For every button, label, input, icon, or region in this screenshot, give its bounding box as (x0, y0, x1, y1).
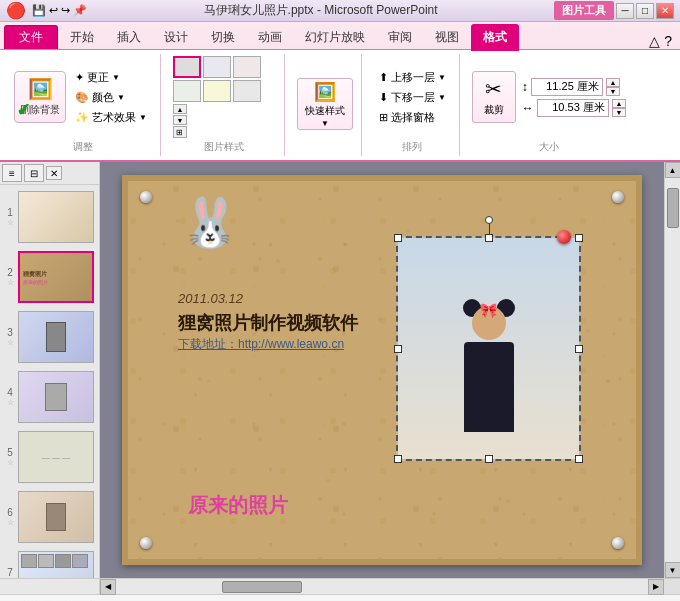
group-adjust: 🖼️ 删除背景 ✓ ✦ 更正▼ 🎨 颜色▼ ✨ (6, 54, 161, 156)
slide-thumb-7[interactable]: 7 ☆ (2, 549, 97, 578)
checkmark-icon: ✓ (16, 99, 31, 121)
handle-tr[interactable] (575, 234, 583, 242)
handle-bc[interactable] (485, 455, 493, 463)
width-up-btn[interactable]: ▲ (612, 99, 626, 108)
help-btn[interactable]: △ (649, 33, 660, 49)
crop-icon: ✂ (485, 77, 502, 101)
outline-view-btn[interactable]: ≡ (2, 164, 22, 182)
slides-view-btn[interactable]: ⊟ (24, 164, 44, 182)
art-effect-btn[interactable]: ✨ 艺术效果▼ (70, 108, 152, 127)
slide-img-4 (18, 371, 94, 423)
photo-frame[interactable]: 🎀 (396, 236, 581, 461)
height-down-btn[interactable]: ▼ (606, 87, 620, 96)
slide-thumb-1[interactable]: 1 ☆ (2, 189, 97, 245)
maximize-btn[interactable]: □ (636, 3, 654, 19)
notes-bar[interactable]: 单击此处添加备注 (0, 594, 680, 601)
quick-access-bar[interactable]: 💾 ↩ ↪ 📌 (32, 4, 87, 17)
tab-transitions[interactable]: 切换 (200, 25, 246, 49)
handle-tl[interactable] (394, 234, 402, 242)
slide-caption: 原来的照片 (188, 492, 288, 519)
star-3: ☆ (7, 338, 14, 347)
h-scroll-track[interactable] (116, 579, 648, 594)
slide-canvas[interactable]: 🐰 2011.03.12 狸窝照片制作视频软件 下载地址：http://www.… (122, 175, 642, 565)
minimize-btn[interactable]: ─ (616, 3, 634, 19)
slide-thumb-4[interactable]: 4 ☆ (2, 369, 97, 425)
tab-design[interactable]: 设计 (153, 25, 199, 49)
tab-slideshow[interactable]: 幻灯片放映 (294, 25, 376, 49)
slide-thumb-6[interactable]: 6 ☆ (2, 489, 97, 545)
tab-view[interactable]: 视图 (424, 25, 470, 49)
width-down-btn[interactable]: ▼ (612, 108, 626, 117)
style-expand-btn[interactable]: ⊞ (173, 126, 187, 138)
star-4: ☆ (7, 398, 14, 407)
h-scroll-left-btn[interactable]: ◀ (100, 579, 116, 595)
height-spinner: ▲ ▼ (606, 78, 620, 96)
adjust-content: 🖼️ 删除背景 ✓ ✦ 更正▼ 🎨 颜色▼ ✨ (14, 56, 152, 138)
ribbon-content: 🖼️ 删除背景 ✓ ✦ 更正▼ 🎨 颜色▼ ✨ (0, 49, 680, 160)
height-row: ↕ ▲ ▼ (522, 78, 626, 96)
handle-tc[interactable] (485, 234, 493, 242)
correct-icon: ✦ (75, 71, 84, 84)
scroll-thumb[interactable] (667, 188, 679, 228)
arrange-content: ⬆ 上移一层▼ ⬇ 下移一层▼ ⊞ 选择窗格 (374, 56, 451, 138)
style-up-btn[interactable]: ▲ (173, 104, 187, 114)
tab-start[interactable]: 开始 (59, 25, 105, 49)
style-5[interactable] (203, 80, 231, 102)
arrange-label: 排列 (402, 140, 422, 154)
handle-br[interactable] (575, 455, 583, 463)
style-2[interactable] (203, 56, 231, 78)
move-down-btn[interactable]: ⬇ 下移一层▼ (374, 88, 451, 107)
handle-bl[interactable] (394, 455, 402, 463)
width-input[interactable] (537, 99, 609, 117)
slide-thumb-2[interactable]: 2 ☆ 狸窝照片 原来的照片 (2, 249, 97, 305)
style-down-btn[interactable]: ▼ (173, 115, 187, 125)
slide-list: 1 ☆ 2 ☆ 狸窝照片 原来的照片 (0, 185, 99, 578)
select-pane-btn[interactable]: ⊞ 选择窗格 (374, 108, 451, 127)
style-6[interactable] (233, 80, 261, 102)
move-up-icon: ⬆ (379, 71, 388, 84)
svg-point-1 (276, 259, 280, 263)
tab-insert[interactable]: 插入 (106, 25, 152, 49)
slide-thumb-3[interactable]: 3 ☆ (2, 309, 97, 365)
person-body (464, 342, 514, 432)
h-scroll-right-btn[interactable]: ▶ (648, 579, 664, 595)
height-up-btn[interactable]: ▲ (606, 78, 620, 87)
style-1[interactable] (173, 56, 201, 78)
slide-img-1 (18, 191, 94, 243)
style-4[interactable] (173, 80, 201, 102)
tack-bl (140, 537, 152, 549)
close-btn[interactable]: ✕ (656, 3, 674, 19)
style-3[interactable] (233, 56, 261, 78)
slide-img-7 (18, 551, 94, 578)
question-btn[interactable]: ? (664, 33, 672, 49)
crop-btn[interactable]: ✂ 裁剪 (472, 71, 516, 123)
correct-btn[interactable]: ✦ 更正▼ (70, 68, 152, 87)
scroll-down-btn[interactable]: ▼ (665, 562, 681, 578)
scroll-up-btn[interactable]: ▲ (665, 162, 681, 178)
tab-file[interactable]: 文件 (4, 25, 58, 49)
rotation-handle[interactable] (485, 216, 493, 224)
window-title: 马伊琍女儿照片.pptx - Microsoft PowerPoint (87, 2, 554, 19)
slide-num-5: 5 ☆ (4, 447, 16, 467)
move-up-btn[interactable]: ⬆ 上移一层▼ (374, 68, 451, 87)
scroll-track[interactable] (665, 178, 680, 562)
tab-review[interactable]: 审阅 (377, 25, 423, 49)
panel-close-btn[interactable]: ✕ (46, 166, 62, 180)
tab-animations[interactable]: 动画 (247, 25, 293, 49)
color-btn[interactable]: 🎨 颜色▼ (70, 88, 152, 107)
picture-tools-label: 图片工具 (554, 1, 614, 20)
tab-format[interactable]: 格式 (471, 24, 519, 51)
slide-thumb-5[interactable]: 5 ☆ — — — (2, 429, 97, 485)
remove-bg-icon: 🖼️ (28, 77, 53, 101)
height-input[interactable] (531, 78, 603, 96)
handle-ml[interactable] (394, 345, 402, 353)
h-scroll-thumb[interactable] (222, 581, 302, 593)
quick-style-btn[interactable]: 🖼️ 快速样式 ▼ (297, 78, 353, 130)
star-5: ☆ (7, 458, 14, 467)
window-controls[interactable]: ─ □ ✕ (616, 3, 674, 19)
height-icon: ↕ (522, 80, 528, 94)
slide-img-2: 狸窝照片 原来的照片 (18, 251, 94, 303)
slide-num-1: 1 ☆ (4, 207, 16, 227)
rotation-line (489, 224, 490, 234)
handle-mr[interactable] (575, 345, 583, 353)
